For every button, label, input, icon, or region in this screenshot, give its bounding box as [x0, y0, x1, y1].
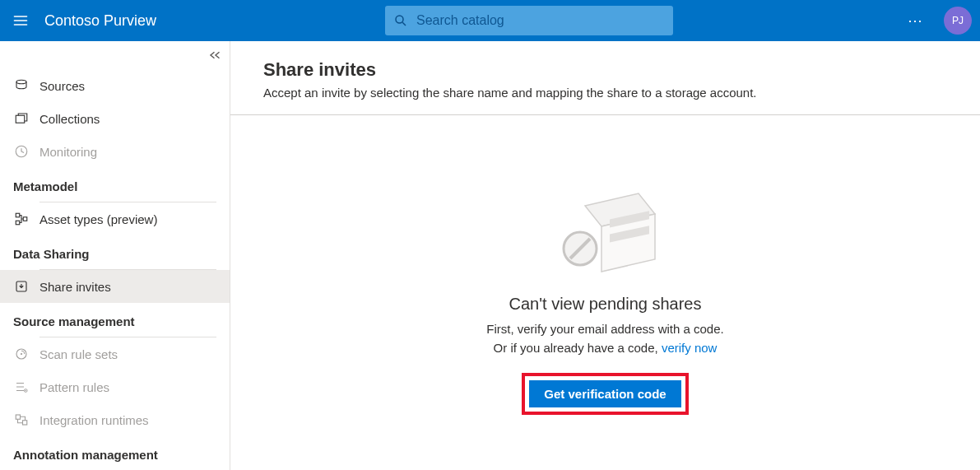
sidebar-collapse-button[interactable]: [208, 49, 223, 64]
sidebar: Sources Collections Monitoring Metamodel…: [0, 41, 230, 470]
search-placeholder: Search catalog: [416, 13, 504, 28]
sidebar-item-collections[interactable]: Collections: [0, 102, 230, 135]
sidebar-item-scan-rule-sets[interactable]: Scan rule sets: [0, 337, 230, 370]
collections-icon: [13, 110, 30, 127]
svg-rect-5: [16, 213, 20, 217]
sidebar-item-asset-types[interactable]: Asset types (preview): [0, 202, 230, 235]
sidebar-item-label: Integration runtimes: [39, 413, 149, 427]
sidebar-item-sources[interactable]: Sources: [0, 69, 230, 102]
cta-highlight-box: Get verification code: [522, 373, 688, 415]
page-title: Share invites: [263, 59, 947, 81]
search-input[interactable]: Search catalog: [385, 6, 673, 35]
sources-icon: [13, 77, 30, 94]
sidebar-item-label: Asset types (preview): [39, 212, 157, 226]
empty-line2-prefix: Or if you already have a code,: [494, 341, 662, 355]
body-wrap: Sources Collections Monitoring Metamodel…: [0, 41, 980, 470]
get-verification-code-button[interactable]: Get verification code: [529, 380, 680, 407]
svg-rect-13: [23, 421, 27, 425]
group-data-sharing: Data Sharing: [0, 235, 230, 269]
sidebar-item-label: Collections: [39, 112, 100, 126]
scan-rule-sets-icon: [13, 346, 30, 362]
empty-state-title: Can't view pending shares: [509, 295, 702, 314]
app-title: Contoso Purview: [44, 12, 156, 30]
svg-rect-3: [16, 115, 25, 123]
svg-line-1: [402, 22, 406, 26]
verify-now-link[interactable]: verify now: [662, 341, 718, 355]
sidebar-item-share-invites[interactable]: Share invites: [0, 270, 230, 303]
svg-rect-7: [23, 217, 27, 221]
monitoring-icon: [13, 143, 30, 160]
sidebar-item-monitoring[interactable]: Monitoring: [0, 135, 230, 168]
main-content: Share invites Accept an invite by select…: [230, 41, 980, 470]
divider: [230, 114, 980, 115]
header-right: ⋯ PJ: [903, 7, 972, 35]
sidebar-item-pattern-rules[interactable]: Pattern rules: [0, 370, 230, 403]
hamburger-menu-button[interactable]: [0, 0, 41, 41]
empty-state-illustration: [552, 189, 659, 280]
svg-point-0: [396, 16, 403, 23]
svg-rect-6: [16, 221, 20, 225]
group-source-management: Source management: [0, 303, 230, 337]
sidebar-item-label: Pattern rules: [39, 380, 109, 394]
sidebar-item-label: Sources: [39, 79, 85, 93]
group-metamodel: Metamodel: [0, 168, 230, 202]
sidebar-item-integration-runtimes[interactable]: Integration runtimes: [0, 403, 230, 436]
empty-state-line2: Or if you already have a code, verify no…: [494, 341, 718, 355]
empty-state: Can't view pending shares First, verify …: [263, 189, 947, 415]
page-description: Accept an invite by selecting the share …: [263, 86, 947, 100]
search-icon: [393, 13, 408, 28]
top-header: Contoso Purview Search catalog ⋯ PJ: [0, 0, 980, 41]
pattern-rules-icon: [13, 379, 30, 395]
chevron-double-left-icon: [208, 49, 223, 61]
svg-point-10: [21, 353, 22, 355]
more-menu-button[interactable]: ⋯: [903, 7, 929, 35]
sidebar-item-label: Scan rule sets: [39, 347, 118, 361]
group-annotation-management: Annotation management: [0, 436, 230, 470]
share-invites-icon: [13, 278, 30, 295]
svg-rect-12: [16, 415, 20, 419]
asset-types-icon: [13, 211, 30, 227]
svg-point-2: [16, 80, 26, 84]
search-wrap: Search catalog: [385, 6, 673, 35]
hamburger-icon: [12, 12, 29, 29]
integration-runtimes-icon: [13, 412, 30, 428]
sidebar-item-label: Monitoring: [39, 145, 97, 159]
sidebar-item-label: Share invites: [39, 280, 111, 294]
empty-state-line1: First, verify your email address with a …: [486, 322, 723, 336]
avatar[interactable]: PJ: [944, 7, 972, 35]
